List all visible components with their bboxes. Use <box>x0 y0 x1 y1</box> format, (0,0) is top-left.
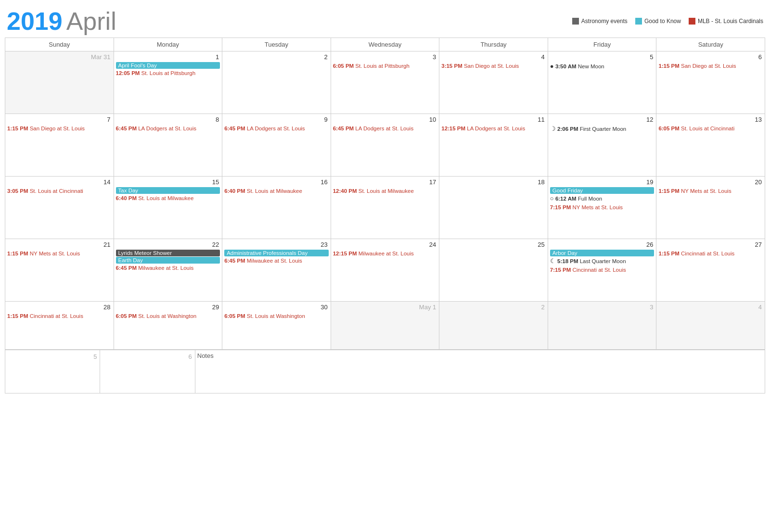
date-number: Mar 31 <box>7 52 112 62</box>
date-number: 27 <box>658 240 763 249</box>
event-mlb: 6:05 PM St. Louis at Cincinnati <box>658 125 763 132</box>
date-number: 11 <box>441 115 546 124</box>
astronomy-legend-label: Astronomy events <box>581 18 628 25</box>
date-number: 13 <box>658 115 763 124</box>
event-mlb: 1:15 PM NY Mets at St. Louis <box>658 187 763 195</box>
day-cell-w3d2: 23Administrative Professionals Day6:45 P… <box>222 239 331 302</box>
date-number: 10 <box>333 115 437 124</box>
year-label: 2019 <box>7 9 63 34</box>
day-cell-w0d3: 36:05 PM St. Louis at Pittsburgh <box>331 51 439 114</box>
calendar-page: 2019 April Astronomy events Good to Know… <box>0 0 770 532</box>
mlb-legend-label: MLB - St. Louis Cardinals <box>698 18 763 25</box>
notes-row: 5 6 Notes <box>5 350 765 393</box>
day-cell-w1d1: 86:45 PM LA Dodgers at St. Louis <box>114 114 222 177</box>
day-cell-w3d5: 26Arbor Day☾ 5:18 PM Last Quarter Moon7:… <box>548 239 656 302</box>
day-cell-w1d0: 71:15 PM San Diego at St. Louis <box>5 114 114 177</box>
event-banner: Good Friday <box>550 187 654 194</box>
day-cell-w3d6: 271:15 PM Cincinnati at St. Louis <box>656 239 765 302</box>
day-cell-w1d6: 136:05 PM St. Louis at Cincinnati <box>656 114 765 177</box>
date-number: 19 <box>550 177 654 187</box>
day-cell-w2d3: 1712:40 PM St. Louis at Milwaukee <box>331 177 439 239</box>
day-cell-w2d0: 143:05 PM St. Louis at Cincinnati <box>5 177 114 239</box>
event-banner: Tax Day <box>116 187 220 194</box>
day-header-wednesday: Wednesday <box>331 38 439 51</box>
date-number: 17 <box>333 177 437 187</box>
date-number: 2 <box>224 52 329 62</box>
event-mlb: 6:05 PM St. Louis at Washington <box>116 312 220 320</box>
header-title: 2019 April <box>7 9 116 34</box>
event-mlb: 6:05 PM St. Louis at Washington <box>224 312 329 320</box>
week-row-4: 281:15 PM Cincinnati at St. Louis296:05 … <box>5 302 765 350</box>
notes-cell-6: 6 <box>100 350 195 393</box>
event-mlb: 6:45 PM Milwaukee at St. Louis <box>224 257 329 265</box>
event-astro: ● 3:50 AM New Moon <box>550 62 654 71</box>
date-number: 28 <box>7 303 112 312</box>
day-cell-w3d3: 2412:15 PM Milwaukee at St. Louis <box>331 239 439 302</box>
date-number: May 1 <box>333 303 437 312</box>
event-astro: ☾ 5:18 PM Last Quarter Moon <box>550 257 654 266</box>
event-mlb: 6:45 PM LA Dodgers at St. Louis <box>116 125 220 132</box>
event-mlb: 1:15 PM NY Mets at St. Louis <box>7 250 112 257</box>
day-header-sunday: Sunday <box>5 38 114 51</box>
date-number: 16 <box>224 177 329 187</box>
notes-main-cell: Notes <box>195 350 765 393</box>
event-mlb: 12:15 PM Milwaukee at St. Louis <box>333 250 437 257</box>
day-header-tuesday: Tuesday <box>222 38 331 51</box>
event-mlb: 12:40 PM St. Louis at Milwaukee <box>333 187 437 195</box>
date-number: 20 <box>658 177 763 187</box>
goodtoknow-color-box <box>635 18 642 25</box>
day-cell-w4d3: May 1 <box>331 302 439 350</box>
event-mlb: 6:40 PM St. Louis at Milwaukee <box>224 187 329 195</box>
date-number: 5 <box>550 52 654 62</box>
date-number: 24 <box>333 240 437 249</box>
event-mlb: 6:45 PM LA Dodgers at St. Louis <box>333 125 437 132</box>
date-number: 3 <box>550 303 654 312</box>
day-header-monday: Monday <box>114 38 222 51</box>
day-cell-w4d1: 296:05 PM St. Louis at Washington <box>114 302 222 350</box>
event-mlb: 1:15 PM San Diego at St. Louis <box>658 62 763 70</box>
event-banner: Arbor Day <box>550 250 654 256</box>
legend-goodtoknow: Good to Know <box>635 18 681 25</box>
day-cell-w3d4: 25 <box>439 239 548 302</box>
event-banner: April Fool's Day <box>116 62 220 69</box>
date-number: 6 <box>658 52 763 62</box>
date-number: 23 <box>224 240 329 249</box>
event-mlb: 6:05 PM St. Louis at Pittsburgh <box>333 62 437 70</box>
day-cell-w1d2: 96:45 PM LA Dodgers at St. Louis <box>222 114 331 177</box>
notes-label: Notes <box>197 352 214 359</box>
week-row-0: Mar 311April Fool's Day12:05 PM St. Loui… <box>5 51 765 114</box>
event-mlb: 6:40 PM St. Louis at Milwaukee <box>116 194 220 202</box>
day-cell-w4d2: 306:05 PM St. Louis at Washington <box>222 302 331 350</box>
day-cell-w2d1: 15Tax Day6:40 PM St. Louis at Milwaukee <box>114 177 222 239</box>
date-number: 30 <box>224 303 329 312</box>
event-mlb: 3:05 PM St. Louis at Cincinnati <box>7 187 112 195</box>
day-cell-w1d3: 106:45 PM LA Dodgers at St. Louis <box>331 114 439 177</box>
event-mlb: 12:05 PM St. Louis at Pittsburgh <box>116 69 220 77</box>
day-cell-w0d0: Mar 31 <box>5 51 114 114</box>
date-number: 18 <box>441 177 546 187</box>
legend: Astronomy events Good to Know MLB - St. … <box>572 18 763 25</box>
day-cell-w1d5: 12☽ 2:06 PM First Quarter Moon <box>548 114 656 177</box>
date-number: 8 <box>116 115 220 124</box>
astronomy-color-box <box>572 18 579 25</box>
date-number: 1 <box>116 52 220 62</box>
event-banner: Lyrids Meteor Shower <box>116 250 220 256</box>
day-cell-w2d5: 19Good Friday○ 6:12 AM Full Moon7:15 PM … <box>548 177 656 239</box>
day-cell-w4d4: 2 <box>439 302 548 350</box>
day-cell-w3d1: 22Lyrids Meteor ShowerEarth Day6:45 PM M… <box>114 239 222 302</box>
notes-table: 5 6 Notes <box>5 350 765 393</box>
event-banner: Administrative Professionals Day <box>224 250 329 256</box>
day-cell-w0d2: 2 <box>222 51 331 114</box>
event-astro: ☽ 2:06 PM First Quarter Moon <box>550 125 654 133</box>
day-cell-w1d4: 1112:15 PM LA Dodgers at St. Louis <box>439 114 548 177</box>
event-mlb: 7:15 PM NY Mets at St. Louis <box>550 203 654 211</box>
day-cell-w2d4: 18 <box>439 177 548 239</box>
event-mlb: 6:45 PM Milwaukee at St. Louis <box>116 264 220 272</box>
day-cell-w2d6: 201:15 PM NY Mets at St. Louis <box>656 177 765 239</box>
event-mlb: 1:15 PM San Diego at St. Louis <box>7 125 112 132</box>
goodtoknow-legend-label: Good to Know <box>644 18 681 25</box>
event-mlb: 3:15 PM San Diego at St. Louis <box>441 62 546 70</box>
event-banner: Earth Day <box>116 257 220 264</box>
week-row-3: 211:15 PM NY Mets at St. Louis22Lyrids M… <box>5 239 765 302</box>
day-cell-w0d5: 5● 3:50 AM New Moon <box>548 51 656 114</box>
